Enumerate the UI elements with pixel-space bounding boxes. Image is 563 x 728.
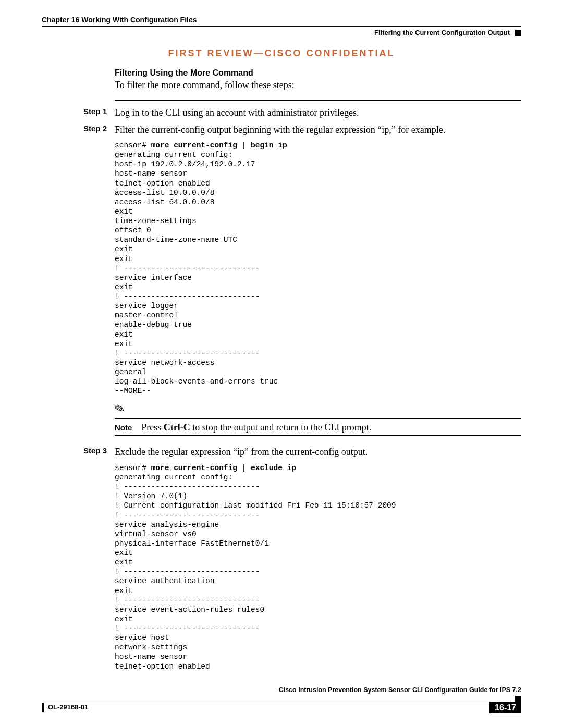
step-1-text: Log in to the CLI using an account with … [115,107,359,119]
code-output: generating current config: ! -----------… [115,473,396,671]
header-chapter-left: Chapter 16 Working With Configuration Fi… [42,16,521,24]
confidential-banner: FIRST REVIEW—CISCO CONFIDENTIAL [42,48,521,59]
note-label: Note [115,423,132,432]
note-block: ✎ Note Press Ctrl-C to stop the output a… [115,403,521,436]
code-block-exclude-ip: sensor# more current-config | exclude ip… [115,463,521,671]
code-command: more current-config | exclude ip [151,464,296,472]
note-text: Press Ctrl-C to stop the output and retu… [141,422,371,433]
footer-doc-number: OL-29168-01 [42,703,88,712]
steps-list: Step 1 Log in to the CLI using an accoun… [83,107,521,671]
header-right-text: Filtering the Current Configuration Outp… [374,29,510,36]
step-2-text: Filter the current-config output beginni… [115,124,445,136]
section-intro: To filter the more command, follow these… [115,80,521,91]
code-output: generating current config: host-ip 192.0… [115,151,278,395]
note-rule-bottom [115,435,521,436]
step-2-label: Step 2 [83,124,115,133]
footer: Cisco Intrusion Prevention System Sensor… [42,688,521,713]
step-3-body: sensor# more current-config | exclude ip… [115,463,521,671]
step-3-text: Exclude the regular expression “ip” from… [115,446,368,458]
step-row: Step 1 Log in to the CLI using an accoun… [83,107,521,119]
content-column: Filtering Using the More Command To filt… [115,68,521,671]
note-key: Ctrl-C [164,422,190,433]
code-prompt: sensor# [115,464,151,472]
note-post: to stop the output and return to the CLI… [190,422,371,433]
footer-page-number: 16-17 [489,702,521,713]
code-command: more current-config | begin ip [151,141,287,150]
footer-marker-icon [515,696,521,702]
header-rule [42,26,521,27]
step-row: Step 3 Exclude the regular expression “i… [83,446,521,458]
note-rule-top [115,418,521,419]
section-heading: Filtering Using the More Command [115,68,521,78]
step-row: Step 2 Filter the current-config output … [83,124,521,136]
code-block-begin-ip: sensor# more current-config | begin ip g… [115,141,521,396]
header-marker-icon [515,30,521,36]
page: Chapter 16 Working With Configuration Fi… [0,0,563,728]
note-pencil-icon: ✎ [113,402,127,416]
footer-rule-wrap [42,696,521,702]
footer-rule [42,701,511,702]
footer-bar-row: OL-29168-01 16-17 [42,702,521,713]
note-pre: Press [141,422,164,433]
header-right-row: Filtering the Current Configuration Outp… [42,29,521,36]
footer-guide-title: Cisco Intrusion Prevention System Sensor… [42,686,521,694]
code-prompt: sensor# [115,141,151,150]
step-1-label: Step 1 [83,107,115,116]
steps-divider [115,100,521,101]
step-3-label: Step 3 [83,446,115,455]
step-2-body: sensor# more current-config | begin ip g… [115,141,521,436]
note-row: Note Press Ctrl-C to stop the output and… [115,422,521,433]
